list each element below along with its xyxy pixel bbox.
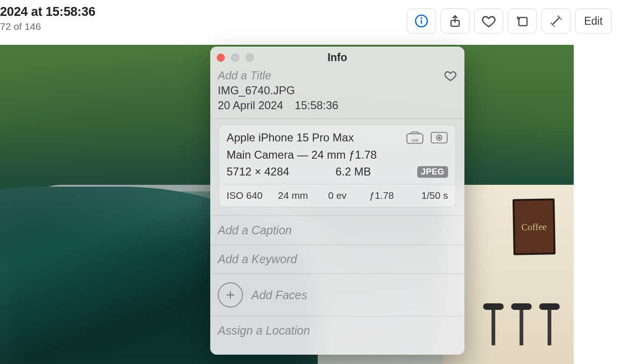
edit-label: Edit [584, 15, 603, 28]
camera-filesize: 6.2 MB [335, 165, 371, 178]
header-title: 2024 at 15:58:36 [0, 5, 95, 19]
share-icon [448, 14, 462, 28]
camera-model: Apple iPhone 15 Pro Max [227, 131, 354, 144]
exif-iso: ISO 640 [227, 190, 271, 201]
info-icon [414, 14, 428, 28]
info-button[interactable] [407, 8, 436, 34]
share-button[interactable] [441, 8, 470, 34]
wand-icon [549, 14, 563, 28]
location-input[interactable]: Assign a Location [210, 316, 464, 345]
format-badge: JPEG [417, 166, 448, 178]
header-counter: 72 of 146 [0, 21, 95, 32]
exif-aperture: ƒ1.78 [359, 190, 404, 201]
rotate-button[interactable] [508, 8, 537, 34]
panel-favorite-button[interactable] [444, 69, 457, 82]
favorite-button[interactable] [474, 8, 503, 34]
caption-input[interactable]: Add a Caption [210, 216, 464, 245]
faces-label: Add Faces [251, 288, 307, 302]
exif-ev: 0 ev [315, 190, 360, 201]
camera-exif-grid: ISO 640 24 mm 0 ev ƒ1.78 1/50 s [219, 184, 456, 207]
title-section: Add a Title IMG_6740.JPG 20 April 2024 1… [210, 68, 464, 119]
scene-coffee-poster: Coffee [513, 198, 556, 255]
plus-icon [225, 289, 236, 301]
camera-card: Apple iPhone 15 Pro Max WB Main Camera —… [219, 125, 456, 207]
datetime-row[interactable]: 20 April 2024 15:58:36 [218, 99, 457, 112]
panel-titlebar[interactable]: Info [210, 47, 464, 68]
title-input[interactable]: Add a Title [218, 69, 271, 82]
filename-label: IMG_6740.JPG [218, 84, 457, 97]
faces-row[interactable]: Add Faces [210, 274, 464, 316]
add-face-button[interactable] [218, 282, 243, 308]
panel-title: Info [210, 51, 464, 64]
camera-dimensions: 5712 × 4284 [227, 165, 289, 178]
info-panel: Info Add a Title IMG_6740.JPG 20 April 2… [210, 47, 464, 355]
svg-point-2 [421, 18, 421, 18]
window-header: 2024 at 15:58:36 72 of 146 Edit [0, 0, 620, 45]
time-label: 15:58:36 [295, 99, 338, 112]
exif-focal: 24 mm [271, 190, 315, 201]
rotate-icon [515, 14, 529, 28]
header-title-block: 2024 at 15:58:36 72 of 146 [0, 5, 95, 32]
heart-icon [444, 69, 457, 82]
white-balance-icon: WB [406, 131, 424, 145]
svg-rect-4 [519, 18, 527, 26]
camera-lens: Main Camera — 24 mm ƒ1.78 [227, 148, 448, 161]
keyword-input[interactable]: Add a Keyword [210, 245, 464, 274]
svg-text:WB: WB [411, 138, 418, 143]
metering-icon [430, 131, 448, 145]
heart-icon [481, 14, 496, 28]
toolbar: Edit [407, 5, 612, 34]
edit-button[interactable]: Edit [575, 8, 612, 34]
svg-point-9 [438, 137, 440, 139]
exif-shutter: 1/50 s [404, 190, 448, 201]
date-label: 20 April 2024 [218, 99, 283, 112]
enhance-button[interactable] [542, 8, 570, 34]
camera-section: Apple iPhone 15 Pro Max WB Main Camera —… [210, 119, 464, 216]
